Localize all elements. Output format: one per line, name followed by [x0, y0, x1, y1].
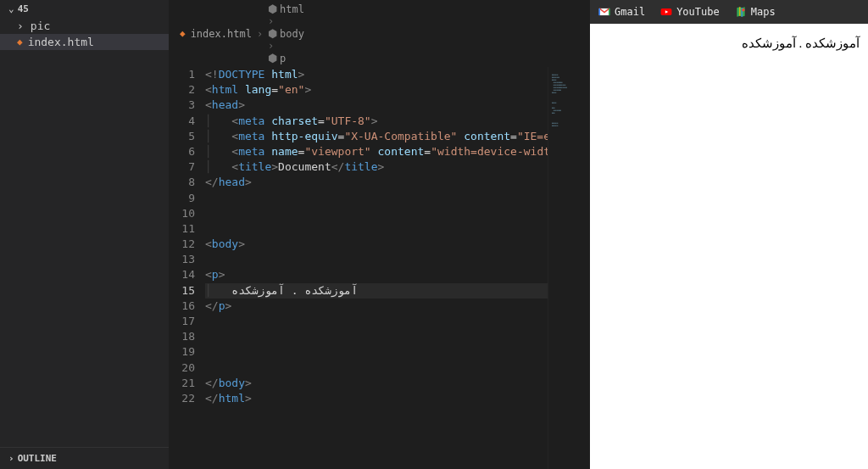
tag-icon: ⬢: [268, 27, 277, 40]
maps-icon: [735, 6, 747, 18]
code-line[interactable]: [205, 329, 548, 344]
code-line[interactable]: │ <meta http-equiv="X-UA-Compatible" con…: [205, 129, 548, 144]
breadcrumb-separator: ›: [268, 40, 274, 52]
code-line[interactable]: </p>: [205, 299, 548, 314]
breadcrumb-tag[interactable]: ⬢p: [268, 52, 304, 64]
tree-item-label: pic: [31, 20, 50, 32]
code-line[interactable]: │ <meta charset="UTF-8">: [205, 114, 548, 129]
breadcrumb-tag-label: html: [280, 3, 304, 15]
explorer-root[interactable]: ⌄ 45: [0, 0, 169, 18]
code-line[interactable]: <html lang="en">: [205, 82, 548, 98]
code-line[interactable]: </html>: [205, 391, 548, 406]
file-item[interactable]: ◆index.html: [0, 34, 169, 50]
bookmark-maps[interactable]: Maps: [735, 6, 776, 18]
minimap[interactable]: ▬▬▬▬ ▬▬▬▬▬ ▬▬▬ ▬▬▬▬▬▬ ▬▬▬▬▬▬▬▬ ▬▬▬▬▬▬▬▬▬…: [548, 67, 590, 469]
line-number: 20: [170, 360, 195, 376]
browser-preview: GmailYouTubeMaps آموزشکده . آموزشکده: [590, 0, 868, 469]
code-content[interactable]: <!DOCTYPE html><html lang="en"><head>│ <…: [205, 67, 548, 469]
line-number: 7: [170, 159, 195, 175]
code-line[interactable]: │ <meta name="viewport" content="width=d…: [205, 144, 548, 159]
line-number: 17: [170, 314, 195, 329]
youtube-icon: [660, 6, 672, 18]
line-number: 14: [170, 267, 195, 282]
line-number: 10: [170, 206, 195, 221]
chevron-right-icon: ›: [8, 453, 14, 464]
tag-icon: ⬢: [268, 3, 277, 15]
code-line[interactable]: <head>: [205, 98, 548, 113]
outline-label: OUTLINE: [18, 453, 57, 464]
line-number: 9: [170, 191, 195, 206]
code-line[interactable]: <p>: [205, 267, 548, 282]
code-line[interactable]: │ <title>Document</title>: [205, 159, 548, 175]
code-editor[interactable]: 12345678910111213141516171819202122 <!DO…: [170, 67, 590, 469]
breadcrumb-tag[interactable]: ⬢html: [268, 3, 304, 15]
line-number: 2: [170, 82, 195, 98]
explorer-sidebar: ⌄ 45 pic◆index.html › OUTLINE: [0, 0, 170, 469]
html-file-icon: ◆: [180, 28, 186, 39]
breadcrumb-separator: ›: [257, 28, 263, 40]
outline-panel-header[interactable]: › OUTLINE: [0, 447, 169, 469]
code-line[interactable]: <!DOCTYPE html>: [205, 67, 548, 82]
line-number: 6: [170, 144, 195, 159]
editor-area: ◆ index.html › ⬢html › ⬢body › ⬢p 123456…: [170, 0, 590, 469]
bookmark-bar: GmailYouTubeMaps: [590, 0, 868, 24]
code-line[interactable]: [205, 252, 548, 267]
line-number: 3: [170, 98, 195, 113]
line-number: 1: [170, 67, 195, 82]
html-file-icon: ◆: [17, 36, 23, 47]
line-number: 22: [170, 391, 195, 406]
minimap-content: ▬▬▬▬ ▬▬▬▬▬ ▬▬▬ ▬▬▬▬▬▬ ▬▬▬▬▬▬▬▬ ▬▬▬▬▬▬▬▬▬…: [552, 74, 567, 127]
code-line[interactable]: [205, 344, 548, 360]
file-tree: pic◆index.html: [0, 18, 169, 50]
line-number: 4: [170, 114, 195, 129]
code-line[interactable]: </head>: [205, 175, 548, 190]
line-number: 16: [170, 299, 195, 314]
line-number: 11: [170, 221, 195, 237]
breadcrumb-separator: ›: [268, 15, 274, 27]
tag-icon: ⬢: [268, 52, 277, 64]
folder-item[interactable]: pic: [0, 18, 169, 34]
line-number: 13: [170, 252, 195, 267]
gmail-icon: [598, 6, 610, 18]
breadcrumb-tag-label: body: [280, 28, 304, 40]
line-number: 12: [170, 237, 195, 252]
breadcrumb[interactable]: ◆ index.html › ⬢html › ⬢body › ⬢p: [170, 0, 590, 67]
code-line[interactable]: </body>: [205, 376, 548, 391]
line-number: 19: [170, 344, 195, 360]
code-line[interactable]: [205, 221, 548, 237]
breadcrumb-tag[interactable]: ⬢body: [268, 27, 304, 40]
bookmark-gmail[interactable]: Gmail: [598, 6, 645, 18]
root-folder-label: 45: [18, 3, 29, 14]
page-content[interactable]: آموزشکده . آموزشکده: [590, 24, 868, 469]
code-line[interactable]: │ آموزشکده . آموزشکده: [205, 283, 548, 299]
bookmark-label: YouTube: [676, 6, 720, 18]
code-line[interactable]: <body>: [205, 237, 548, 252]
paragraph-text: آموزشکده . آموزشکده: [742, 36, 860, 50]
bookmarks-container: GmailYouTubeMaps: [598, 6, 776, 18]
line-gutter: 12345678910111213141516171819202122: [170, 67, 205, 469]
breadcrumb-file[interactable]: index.html: [191, 28, 252, 40]
bookmark-label: Maps: [751, 6, 776, 18]
bookmark-youtube[interactable]: YouTube: [660, 6, 720, 18]
line-number: 21: [170, 376, 195, 391]
breadcrumb-tag-label: p: [280, 53, 286, 64]
line-number: 18: [170, 329, 195, 344]
code-line[interactable]: [205, 191, 548, 206]
breadcrumb-path: ⬢html › ⬢body › ⬢p: [268, 3, 304, 64]
bookmark-label: Gmail: [615, 6, 645, 18]
code-line[interactable]: [205, 314, 548, 329]
code-line[interactable]: [205, 360, 548, 376]
line-number: 5: [170, 129, 195, 144]
line-number: 8: [170, 175, 195, 190]
tree-item-label: index.html: [28, 36, 94, 48]
code-line[interactable]: [205, 206, 548, 221]
svg-point-2: [742, 8, 745, 11]
chevron-down-icon: ⌄: [8, 3, 14, 14]
line-number: 15: [170, 283, 195, 299]
